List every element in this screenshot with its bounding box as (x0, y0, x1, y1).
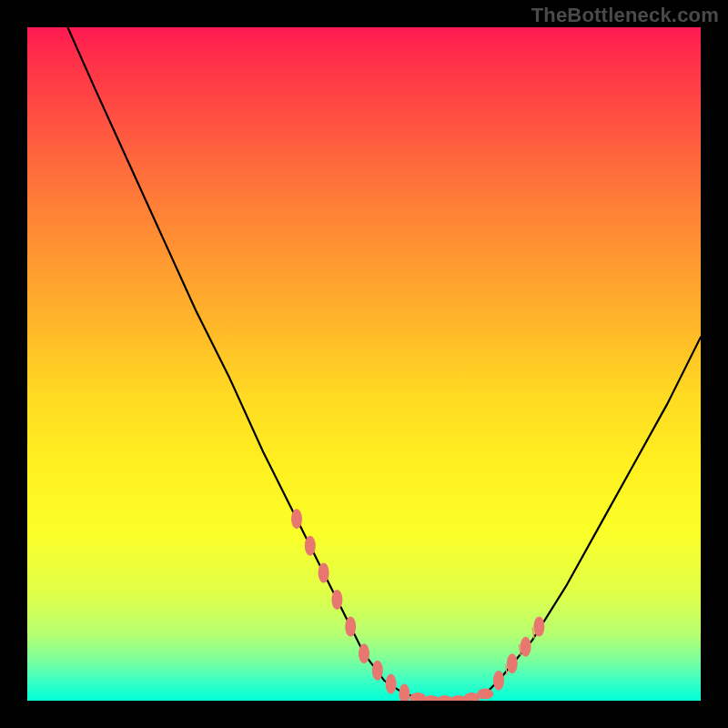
highlight-marker (359, 643, 369, 663)
highlight-marker (305, 536, 316, 556)
bottleneck-chart (27, 27, 701, 701)
watermark-text: TheBottleneck.com (531, 4, 719, 27)
highlight-marker (386, 674, 397, 694)
chart-frame: TheBottleneck.com (0, 0, 728, 728)
highlight-marker (477, 689, 493, 700)
highlight-markers-bottom (410, 689, 493, 701)
highlight-marker (521, 637, 531, 657)
highlight-marker (345, 617, 356, 637)
highlight-markers-right (493, 617, 544, 691)
highlight-markers-left (291, 509, 410, 701)
highlight-marker (372, 661, 383, 681)
bottleneck-curve-path (67, 27, 701, 701)
highlight-marker (318, 562, 329, 582)
highlight-marker (291, 509, 302, 529)
highlight-marker (493, 671, 504, 691)
highlight-marker (533, 617, 544, 637)
plot-area (27, 27, 701, 701)
highlight-marker (331, 590, 342, 610)
highlight-marker (507, 653, 518, 673)
highlight-marker (399, 684, 410, 701)
